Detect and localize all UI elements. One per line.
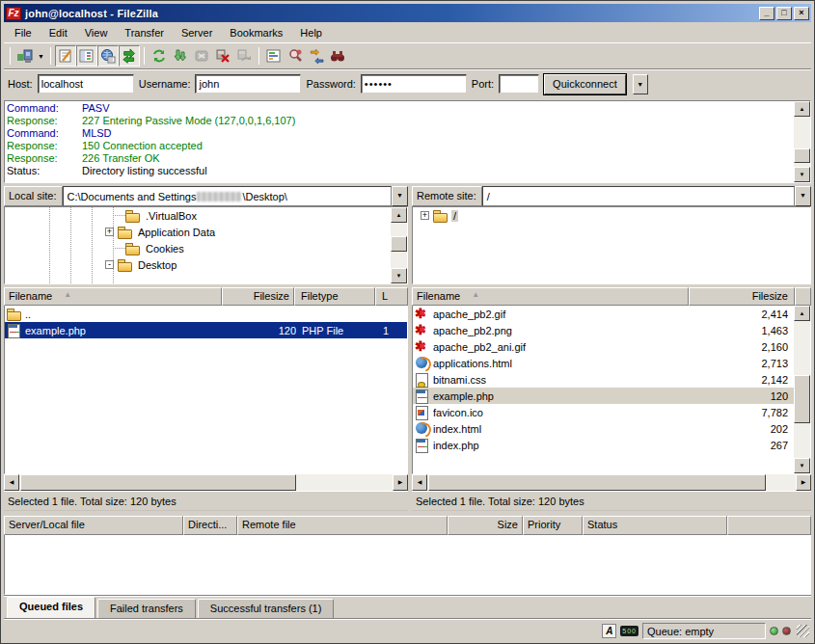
scroll-down-arrow[interactable]: ▼	[391, 268, 407, 283]
column-size[interactable]: Size	[448, 516, 523, 535]
scroll-down-arrow[interactable]: ▼	[794, 167, 810, 182]
menu-bookmarks[interactable]: Bookmarks	[221, 25, 291, 40]
password-input[interactable]: ••••••	[361, 74, 467, 94]
remote-directory-tree[interactable]: + /	[413, 207, 810, 283]
reconnect-button[interactable]	[233, 45, 255, 67]
toggle-remote-tree-button[interactable]	[97, 45, 119, 67]
column-server-local-file[interactable]: Server/Local file	[4, 516, 183, 535]
refresh-button[interactable]	[149, 45, 170, 67]
find-files-button[interactable]	[327, 45, 348, 67]
expand-icon[interactable]: +	[105, 228, 114, 236]
local-hscrollbar[interactable]: ◀ ▶	[4, 474, 408, 491]
site-manager-button[interactable]	[14, 45, 36, 67]
scroll-left-arrow[interactable]: ◀	[412, 474, 427, 491]
remote-hscrollbar[interactable]: ◀ ▶	[412, 474, 811, 491]
toggle-transfer-queue-button[interactable]	[119, 45, 140, 67]
remote-site-combo[interactable]: /	[482, 186, 795, 206]
column-priority[interactable]: Priority	[523, 516, 583, 535]
file-row[interactable]: apache_pb2.gif 2,414	[413, 306, 794, 322]
resize-grip[interactable]	[797, 625, 809, 637]
port-label: Port:	[472, 78, 494, 90]
tab-successful-transfers[interactable]: Successful transfers (1)	[198, 599, 335, 618]
directory-filters-button[interactable]	[263, 45, 285, 67]
close-button[interactable]: ×	[794, 7, 809, 20]
column-remote-file[interactable]: Remote file	[237, 516, 448, 535]
file-row[interactable]: applications.html 2,713	[413, 355, 794, 371]
file-row[interactable]: bitnami.css 2,142	[413, 371, 794, 388]
column-filesize[interactable]: Filesize	[222, 287, 294, 306]
transfer-type-icon[interactable]: A	[602, 624, 616, 638]
remote-site-dropdown[interactable]: ▼	[795, 186, 811, 206]
log-scrollbar[interactable]: ▲ ▼	[794, 101, 810, 182]
host-input[interactable]: localhost	[38, 74, 134, 94]
toggle-message-log-button[interactable]	[55, 45, 76, 67]
title-bar[interactable]: Fz john@localhost - FileZilla _ □ ×	[4, 4, 811, 22]
file-row[interactable]: apache_pb2.png 1,463	[413, 322, 794, 338]
menu-edit[interactable]: Edit	[41, 25, 76, 40]
file-row[interactable]: apache_pb2_ani.gif 2,160	[413, 338, 794, 355]
synchronized-browsing-button[interactable]	[306, 45, 327, 67]
local-site-combo[interactable]: C:\Documents and Settings\Desktop\	[63, 186, 392, 206]
local-tree-scrollbar[interactable]: ▲ ▼	[391, 207, 407, 283]
port-input[interactable]	[499, 74, 539, 94]
file-name: index.html	[433, 423, 688, 435]
menu-view[interactable]: View	[76, 25, 117, 40]
scroll-thumb[interactable]	[391, 236, 407, 252]
scroll-thumb[interactable]	[20, 474, 296, 491]
site-manager-dropdown[interactable]: ▼	[36, 46, 46, 66]
expand-icon[interactable]: +	[421, 211, 429, 220]
scroll-down-arrow[interactable]: ▼	[794, 458, 810, 473]
scroll-left-arrow[interactable]: ◀	[4, 474, 19, 491]
scroll-right-arrow[interactable]: ▶	[393, 474, 408, 491]
column-direction[interactable]: Directi...	[183, 516, 237, 535]
maximize-button[interactable]: □	[776, 7, 792, 20]
tab-failed-transfers[interactable]: Failed transfers	[97, 599, 196, 618]
quickconnect-dropdown[interactable]: ▼	[633, 74, 648, 94]
tab-queued-files[interactable]: Queued files	[7, 597, 95, 618]
menu-file[interactable]: File	[6, 25, 41, 40]
tree-item-virtualbox[interactable]: .VirtualBox	[5, 207, 391, 224]
file-row[interactable]: index.html 202	[413, 420, 794, 437]
remote-list-scrollbar[interactable]: ▲ ▼	[794, 306, 810, 473]
folder-icon	[433, 209, 448, 222]
scroll-thumb[interactable]	[428, 474, 766, 491]
queue-list[interactable]	[4, 535, 811, 595]
scroll-up-arrow[interactable]: ▲	[794, 306, 810, 321]
column-lastmodified[interactable]: L	[375, 287, 408, 306]
cancel-operation-button[interactable]	[191, 45, 212, 67]
menu-help[interactable]: Help	[291, 25, 331, 40]
local-site-dropdown[interactable]: ▼	[392, 186, 408, 206]
file-row-parent[interactable]: ..	[5, 306, 407, 322]
username-input[interactable]: john	[195, 74, 301, 94]
minimize-button[interactable]: _	[759, 7, 774, 20]
file-row[interactable]: index.php 267	[413, 437, 794, 453]
scroll-thumb[interactable]	[794, 375, 810, 423]
tree-item-desktop[interactable]: - Desktop	[5, 256, 391, 273]
scroll-up-arrow[interactable]: ▲	[391, 207, 407, 223]
column-filename[interactable]: Filename▲	[412, 287, 689, 306]
disconnect-button[interactable]	[212, 45, 233, 67]
column-filetype[interactable]: Filetype	[294, 287, 375, 306]
menu-transfer[interactable]: Transfer	[116, 25, 173, 40]
process-queue-button[interactable]	[170, 45, 191, 67]
queue-tabs: Queued files Failed transfers Successful…	[4, 595, 811, 618]
column-status[interactable]: Status	[583, 516, 727, 535]
file-row-example-php[interactable]: example.php 120 PHP File 1	[5, 322, 407, 338]
column-filesize[interactable]: Filesize	[689, 287, 795, 306]
column-filename[interactable]: Filename▲	[4, 287, 222, 306]
collapse-icon[interactable]: -	[105, 260, 114, 269]
tree-item-cookies[interactable]: Cookies	[5, 240, 391, 256]
directory-comparison-button[interactable]	[285, 45, 306, 67]
tree-item-root[interactable]: + /	[413, 207, 810, 224]
scroll-thumb[interactable]	[794, 148, 810, 163]
quickconnect-button[interactable]: Quickconnect	[544, 74, 626, 94]
file-row-selected[interactable]: example.php 120	[413, 388, 794, 404]
local-directory-tree[interactable]: .VirtualBox + Application Data Cookies	[5, 207, 391, 283]
scroll-right-arrow[interactable]: ▶	[796, 474, 811, 491]
speed-limit-icon[interactable]: 500	[620, 626, 638, 636]
toggle-local-tree-button[interactable]	[76, 45, 97, 67]
scroll-up-arrow[interactable]: ▲	[794, 101, 810, 117]
tree-item-application-data[interactable]: + Application Data	[5, 224, 391, 240]
file-row[interactable]: favicon.ico 7,782	[413, 404, 794, 420]
menu-server[interactable]: Server	[173, 25, 221, 40]
